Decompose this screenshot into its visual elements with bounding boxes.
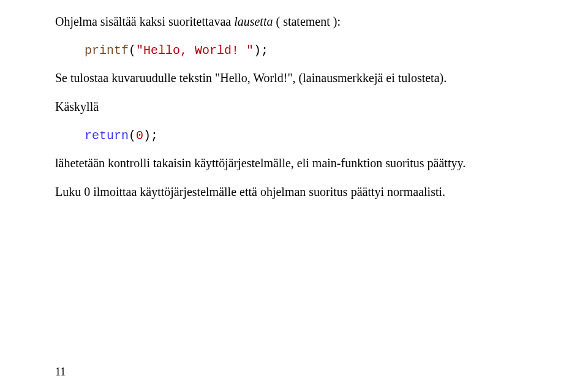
code-string: "Hello, World! " bbox=[136, 43, 254, 58]
page-content: Ohjelma sisältää kaksi suoritettavaa lau… bbox=[0, 0, 588, 225]
paragraph-output: Se tulostaa kuvaruudulle tekstin "Hello,… bbox=[55, 70, 533, 86]
text: Luku 0 ilmoittaa käyttöjärjestelmälle et… bbox=[55, 185, 445, 198]
code-paren-semi: ); bbox=[254, 43, 268, 58]
paragraph-return-desc: lähetetään kontrolli takaisin käyttöjärj… bbox=[55, 155, 533, 172]
text: lähetetään kontrolli takaisin käyttöjärj… bbox=[55, 156, 466, 170]
paragraph-command: Käskyllä bbox=[55, 99, 533, 115]
text: ( statement ): bbox=[273, 15, 341, 28]
page-number: 11 bbox=[55, 366, 66, 379]
paragraph-intro: Ohjelma sisältää kaksi suoritettavaa lau… bbox=[55, 13, 533, 30]
code-number: 0 bbox=[136, 129, 143, 143]
code-keyword: return bbox=[85, 129, 129, 143]
code-function: printf bbox=[85, 43, 129, 58]
code-paren: ( bbox=[129, 43, 136, 58]
code-paren: ( bbox=[129, 129, 136, 143]
code-block-return: return(0); bbox=[55, 127, 533, 144]
text: Ohjelma sisältää kaksi suoritettavaa bbox=[55, 15, 234, 28]
text: Se tulostaa kuvaruudulle tekstin "Hello,… bbox=[55, 71, 447, 85]
paragraph-zero-desc: Luku 0 ilmoittaa käyttöjärjestelmälle et… bbox=[55, 184, 533, 200]
italic-term: lausetta bbox=[234, 15, 273, 28]
code-paren-semi: ); bbox=[143, 129, 158, 143]
code-block-printf: printf("Hello, World! "); bbox=[55, 42, 533, 59]
text: Käskyllä bbox=[55, 100, 99, 113]
